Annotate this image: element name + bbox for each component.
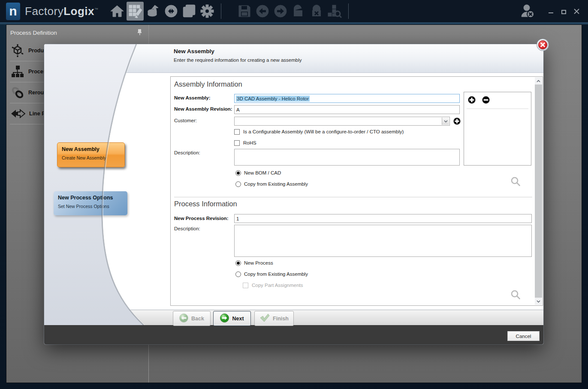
back-button-label: Back xyxy=(191,316,204,322)
unlock-icon[interactable] xyxy=(290,2,307,21)
toolbar-separator xyxy=(348,3,349,19)
production-definition-icon[interactable] xyxy=(127,2,144,21)
configurable-assembly-checkbox[interactable] xyxy=(234,129,240,135)
finish-check-icon xyxy=(259,314,270,323)
next-arrow-icon xyxy=(220,314,229,324)
settings-gear-icon[interactable] xyxy=(199,2,216,21)
close-window-button[interactable] xyxy=(573,8,579,14)
minimize-button[interactable] xyxy=(548,8,554,14)
cancel-button[interactable]: Cancel xyxy=(507,331,540,341)
new-assembly-revision-input[interactable] xyxy=(234,105,460,114)
brand-prefix: Factory xyxy=(25,5,63,18)
step-subtitle: Set New Process Options xyxy=(58,204,123,209)
copy-part-assignments-checkbox xyxy=(243,283,248,288)
add-customer-button[interactable] xyxy=(453,118,461,125)
section-divider xyxy=(174,197,532,197)
process-section-heading: Process Information xyxy=(174,200,237,208)
back-arrow-icon xyxy=(179,314,188,324)
cancel-button-label: Cancel xyxy=(516,334,531,339)
panel-separator xyxy=(467,109,528,109)
next-button-label: Next xyxy=(232,316,244,322)
material-logistics-icon[interactable] xyxy=(145,2,162,21)
add-item-button[interactable] xyxy=(468,96,475,103)
maximize-button[interactable] xyxy=(561,8,567,14)
navigate-back-icon[interactable] xyxy=(254,2,271,21)
customer-combobox[interactable] xyxy=(234,117,450,126)
assembly-description-label: Description: xyxy=(174,150,200,155)
app-toolbar: n FactoryLogix™ xyxy=(0,0,588,22)
assembly-copy-existing-radio[interactable] xyxy=(235,181,241,187)
assembly-description-textarea[interactable] xyxy=(234,149,460,166)
scroll-down-icon[interactable] xyxy=(535,298,542,305)
new-process-revision-label: New Process Revision: xyxy=(174,216,229,221)
new-assembly-dialog: New Assembly Enter the required informat… xyxy=(44,44,543,344)
step-subtitle: Create New Assembly xyxy=(62,155,120,160)
app-title: FactoryLogix™ xyxy=(25,5,99,18)
alternate-numbers-panel xyxy=(464,92,531,166)
toolbar-icon-group-main xyxy=(108,2,216,21)
new-process-label: New Process xyxy=(244,260,273,265)
process-tree-icon xyxy=(11,65,24,78)
process-description-label: Description: xyxy=(174,226,200,231)
customer-label: Customer: xyxy=(174,118,197,123)
reroute-links-icon xyxy=(11,86,24,100)
documents-icon[interactable] xyxy=(181,2,198,21)
step-title: New Process Options xyxy=(58,195,123,201)
dialog-title: New Assembly xyxy=(174,48,214,54)
rohs-label: RoHS xyxy=(243,140,256,145)
new-bom-cad-label: New BOM / CAD xyxy=(244,170,281,175)
new-assembly-input[interactable]: 3D CAD Assembly - Helico Rotor xyxy=(234,94,460,103)
step-title: New Assembly xyxy=(62,146,120,152)
sidebar-item-label: Rerout xyxy=(28,90,45,96)
chevron-down-icon[interactable] xyxy=(442,118,449,125)
remove-item-button[interactable] xyxy=(482,96,489,103)
new-assembly-label: New Assembly: xyxy=(174,95,211,100)
finish-button-label: Finish xyxy=(273,316,289,322)
wizard-step-new-assembly[interactable]: New Assembly Create New Assembly xyxy=(57,142,125,167)
lock-discard-icon[interactable] xyxy=(308,2,325,21)
rohs-checkbox[interactable] xyxy=(234,140,240,146)
assembly-section-heading: Assembly Information xyxy=(174,80,242,88)
close-icon xyxy=(538,40,547,49)
scroll-up-icon[interactable] xyxy=(535,77,542,84)
line-arrows-icon xyxy=(11,108,25,119)
user-logout-icon[interactable] xyxy=(519,2,536,21)
next-button[interactable]: Next xyxy=(213,311,251,326)
configurable-assembly-label: Is a Configurable Assembly (Will be a co… xyxy=(243,129,404,134)
sidebar-item-label: Proces xyxy=(28,69,46,75)
dialog-close-button[interactable] xyxy=(537,39,549,51)
new-assembly-value: 3D CAD Assembly - Helico Rotor xyxy=(236,96,310,102)
product-cube-icon xyxy=(11,44,24,57)
vertical-scrollbar[interactable] xyxy=(535,77,542,305)
new-process-radio[interactable] xyxy=(235,260,241,266)
toolbar-icon-group-edit xyxy=(235,2,344,21)
wizard-step-new-process-options[interactable]: New Process Options Set New Process Opti… xyxy=(54,191,127,215)
audit-search-icon[interactable] xyxy=(326,2,343,21)
search-assembly-icon[interactable] xyxy=(510,176,521,187)
brand-trademark: ™ xyxy=(94,7,99,12)
brand-suffix: Logix xyxy=(63,5,94,18)
finish-button[interactable]: Finish xyxy=(254,311,294,326)
dialog-footer-band xyxy=(44,310,543,325)
new-process-revision-input[interactable] xyxy=(234,214,532,223)
dialog-subtitle: Enter the required information for creat… xyxy=(174,57,302,63)
app-logo: n xyxy=(6,3,20,20)
save-icon[interactable] xyxy=(236,2,253,21)
navigate-forward-icon[interactable] xyxy=(272,2,289,21)
pin-icon[interactable] xyxy=(137,29,142,37)
new-bom-cad-radio[interactable] xyxy=(235,170,241,176)
sidebar-title: Process Definition xyxy=(10,30,57,36)
data-transfer-icon[interactable] xyxy=(163,2,180,21)
process-description-textarea[interactable] xyxy=(234,225,532,257)
wizard-content: Assembly Information New Assembly: 3D CA… xyxy=(170,76,543,306)
process-copy-existing-radio[interactable] xyxy=(235,271,241,277)
back-button[interactable]: Back xyxy=(173,311,211,326)
assembly-copy-existing-label: Copy from Existing Assembly xyxy=(244,181,308,187)
process-copy-existing-label: Copy from Existing Assembly xyxy=(244,271,308,277)
copy-part-assignments-label: Copy Part Assignments xyxy=(252,283,303,288)
new-assembly-revision-label: New Assembly Revision: xyxy=(174,106,232,112)
toolbar-separator xyxy=(221,3,221,19)
dialog-dark-bar xyxy=(44,325,543,344)
search-process-icon[interactable] xyxy=(510,289,521,301)
home-icon[interactable] xyxy=(109,2,126,21)
